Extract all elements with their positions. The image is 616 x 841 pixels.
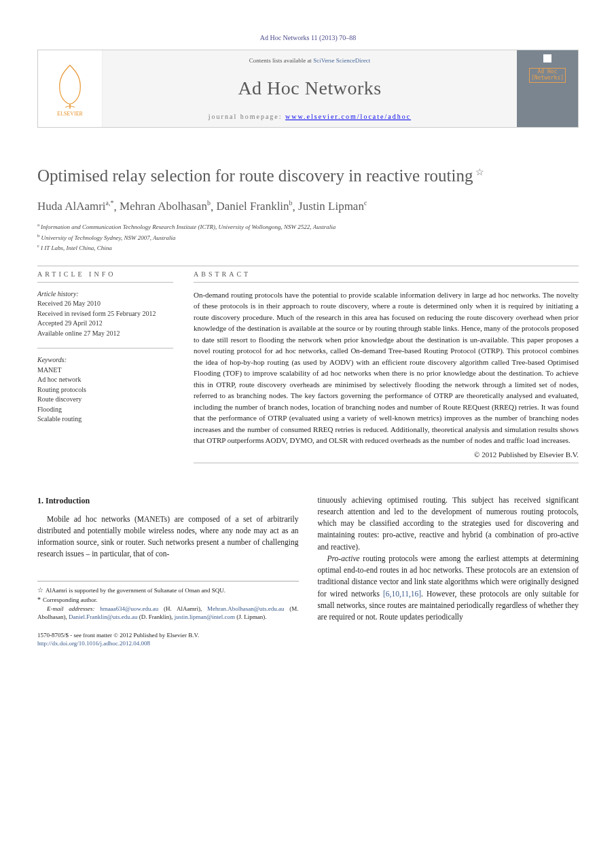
affiliation-c-mark: c [37, 243, 39, 249]
email-who-3: (D. Franklin) [139, 613, 172, 620]
divider [37, 266, 579, 266]
header-citation: Ad Hoc Networks 11 (2013) 70–88 [37, 34, 579, 41]
citation-link[interactable]: [6,10,11,16] [383, 590, 421, 598]
author-2: Mehran Abolhasanb [120, 200, 211, 213]
journal-cover-thumb: Ad Hoc [Networks] [517, 50, 578, 127]
affiliation-b-mark: b [37, 233, 40, 238]
author-1-marks: a,* [106, 200, 114, 207]
journal-banner: ELSEVIER Contents lists available at Sci… [37, 50, 579, 128]
paper-title: Optimised relay selection for route disc… [37, 165, 579, 187]
funding-text: AlAamri is supported by the government o… [46, 587, 225, 594]
history-accepted: Accepted 29 April 2012 [37, 319, 173, 329]
history-online: Available online 27 May 2012 [37, 329, 173, 339]
email-footnote: E-mail addresses: hmaaa634@uow.edu.au (H… [37, 605, 299, 622]
publisher-logo-box: ELSEVIER [38, 50, 103, 127]
doi-link[interactable]: http://dx.doi.org/10.1016/j.adhoc.2012.0… [37, 640, 150, 647]
article-info-heading: ARTICLE INFO [37, 270, 173, 278]
intro-paragraph-1-cont: tinuously achieving optimised routing. T… [318, 495, 579, 553]
corresponding-footnote: *Corresponding author. [37, 595, 299, 605]
intro-paragraph-1: Mobile ad hoc networks (MANETs) are comp… [37, 514, 299, 560]
email-who-4: (J. Lipman) [236, 613, 265, 620]
author-3-name: Daniel Franklin [216, 200, 289, 213]
divider [194, 463, 579, 463]
elsevier-tree-logo: ELSEVIER [46, 60, 94, 118]
keywords-block: Keywords: MANET Ad hoc network Routing p… [37, 355, 173, 425]
history-received: Received 26 May 2010 [37, 299, 173, 309]
svg-rect-0 [46, 60, 94, 118]
history-revised: Received in revised form 25 February 201… [37, 309, 173, 319]
section-1-heading: 1. Introduction [37, 495, 299, 507]
history-label: Article history: [37, 289, 173, 300]
star-icon: ☆ [37, 586, 43, 594]
keywords-label: Keywords: [37, 355, 173, 365]
keyword-item: Ad hoc network [37, 375, 173, 385]
author-4-marks: c [364, 200, 367, 207]
keyword-item: Route discovery [37, 395, 173, 405]
keyword-item: Scalable routing [37, 414, 173, 425]
affiliation-a-text: Information and Communication Technology… [41, 223, 336, 230]
footnotes: ☆AlAamri is supported by the government … [37, 581, 299, 622]
funding-footnote: ☆AlAamri is supported by the government … [37, 586, 299, 595]
abstract-text: On-demand routing protocols have the pot… [194, 289, 579, 446]
author-1: Huda AlAamria,* [37, 200, 114, 213]
author-3-marks: b [289, 200, 293, 207]
keyword-item: Flooding [37, 405, 173, 415]
paper-title-text: Optimised relay selection for route disc… [37, 166, 473, 185]
keyword-item: Routing protocols [37, 385, 173, 395]
affiliations: aInformation and Communication Technolog… [37, 221, 579, 253]
keyword-item: MANET [37, 365, 173, 376]
front-matter: 1570-8705/$ - see front matter © 2012 Pu… [37, 631, 299, 648]
email-link-3[interactable]: Daniel.Franklin@uts.edu.au [69, 613, 138, 620]
journal-homepage-line: journal homepage: www.elsevier.com/locat… [103, 113, 517, 120]
email-link-1[interactable]: hmaaa634@uow.edu.au [100, 605, 158, 612]
banner-center: Contents lists available at SciVerse Sci… [103, 50, 517, 127]
author-3: Daniel Franklinb [216, 200, 292, 213]
abstract-heading: ABSTRACT [194, 270, 579, 278]
email-label: E-mail addresses: [47, 605, 94, 612]
affiliation-c: cI IT Labs, Intel China, China [37, 243, 579, 253]
body-column-right: tinuously achieving optimised routing. T… [318, 495, 579, 648]
email-link-2[interactable]: Mehran.Abolhasan@uts.edu.au [207, 605, 285, 612]
article-history: Article history: Received 26 May 2010 Re… [37, 289, 173, 339]
corresponding-text: Corresponding author. [43, 596, 98, 603]
author-list: Huda AlAamria,*, Mehran Abolhasanb, Dani… [37, 200, 579, 214]
affiliation-c-text: I IT Labs, Intel China, China [41, 245, 112, 251]
email-link-4[interactable]: justin.lipman@intel.com [175, 613, 235, 620]
svg-text:ELSEVIER: ELSEVIER [57, 111, 83, 117]
contents-prefix: Contents lists available at [249, 57, 313, 64]
author-4-name: Justin Lipman [298, 200, 364, 213]
journal-homepage-link[interactable]: www.elsevier.com/locate/adhoc [285, 113, 411, 120]
asterisk-icon: * [37, 596, 41, 603]
proactive-emph: Pro-active [327, 554, 360, 562]
divider [37, 348, 173, 348]
front-matter-line: 1570-8705/$ - see front matter © 2012 Pu… [37, 631, 299, 640]
affiliation-a-mark: a [37, 222, 39, 228]
divider [194, 282, 579, 283]
affiliation-b-text: University of Technology Sydney, NSW 200… [41, 234, 176, 241]
body-column-left: 1. Introduction Mobile ad hoc networks (… [37, 495, 299, 648]
sciencedirect-link[interactable]: SciVerse ScienceDirect [313, 57, 370, 64]
cover-publisher-mark [543, 54, 551, 62]
author-2-name: Mehran Abolhasan [120, 200, 207, 213]
affiliation-b: bUniversity of Technology Sydney, NSW 20… [37, 232, 579, 243]
contents-list-line: Contents lists available at SciVerse Sci… [103, 57, 517, 64]
intro-paragraph-2: Pro-active routing protocols were among … [318, 553, 579, 624]
author-4: Justin Lipmanc [298, 200, 367, 213]
cover-title-label: Ad Hoc [Networks] [529, 68, 566, 83]
title-footnote-star-icon: ☆ [475, 167, 484, 177]
author-1-name: Huda AlAamri [37, 200, 106, 213]
abstract-copyright: © 2012 Published by Elsevier B.V. [194, 450, 579, 459]
homepage-label: journal homepage: [209, 113, 285, 120]
author-2-marks: b [207, 200, 211, 207]
journal-title: Ad Hoc Networks [103, 77, 517, 99]
email-who-1: (H. AlAamri) [164, 605, 200, 612]
divider [37, 282, 173, 283]
affiliation-a: aInformation and Communication Technolog… [37, 221, 579, 232]
